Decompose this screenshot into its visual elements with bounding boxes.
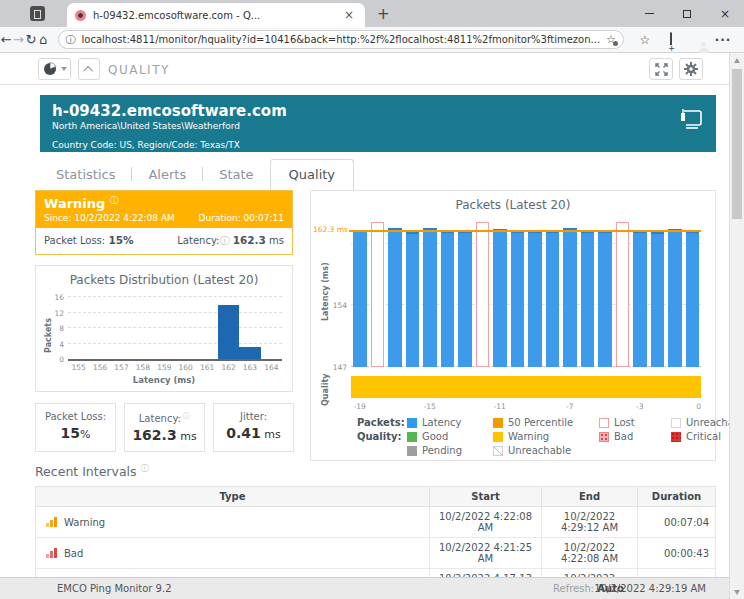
legend-item-label: Bad — [614, 431, 633, 442]
legend-item-warning: Warning — [493, 431, 599, 442]
tab-statistics[interactable]: Statistics — [40, 160, 131, 189]
host-monitor-icon — [678, 107, 704, 137]
bar-slot — [491, 221, 509, 367]
site-favicon-icon — [75, 10, 86, 21]
x-tick-label: 160 — [175, 363, 196, 372]
table-row: Bad10/2/2022 4:21:25 AM10/2/2022 4:22:08… — [36, 538, 716, 569]
settings-button[interactable] — [679, 58, 703, 80]
critical-swatch-icon — [671, 432, 681, 442]
x-tick-label: 0 — [696, 402, 701, 411]
distribution-bar — [218, 305, 239, 359]
latency-bar — [546, 231, 560, 367]
x-tick-label: 155 — [68, 363, 89, 372]
latency-bar — [511, 231, 525, 367]
bar-slot — [132, 297, 153, 359]
view-selector-button[interactable] — [38, 58, 71, 80]
bar-slot — [369, 221, 387, 367]
fullscreen-button[interactable] — [649, 58, 673, 80]
latency-bar — [388, 228, 402, 367]
chart-legend: Packets:Latency50 PercentileLostUnreacha… — [357, 417, 705, 456]
scrollbar-thumb[interactable] — [732, 69, 742, 219]
unreachable-q-swatch-icon — [493, 446, 503, 456]
recent-intervals-title: Recent Intervals ⓘ — [35, 463, 716, 479]
tab-state[interactable]: State — [203, 160, 269, 189]
minimize-button[interactable] — [630, 0, 668, 27]
url-text[interactable]: localhost:4811/monitor/hquality?id=10416… — [82, 34, 601, 45]
interval-duration-cell: 00:00:43 — [638, 538, 716, 569]
legend-item-label: Unreachable — [508, 445, 571, 456]
site-info-icon[interactable]: ⓘ — [66, 33, 76, 47]
scroll-down-icon[interactable] — [730, 585, 744, 599]
browser-action-icons: ☆ ··· — [632, 33, 736, 47]
x-tick-label: 162 — [218, 363, 239, 372]
bar-slot — [111, 297, 132, 359]
address-bar[interactable]: ⓘ localhost:4811/monitor/hquality?id=104… — [58, 30, 624, 49]
maximize-button[interactable] — [668, 0, 706, 27]
x-tick-label: 161 — [196, 363, 217, 372]
add-favorite-icon[interactable]: ☆ — [606, 33, 616, 46]
packets-y-axis-label: Latency (ms) — [321, 262, 330, 321]
collections-icon[interactable] — [658, 33, 684, 47]
bar-slot — [596, 221, 614, 367]
browser-window: h-09432.emcosoftware.com - Q... × + × ← … — [0, 0, 744, 599]
legend-item-label: Warning — [508, 431, 549, 442]
bar-slot — [649, 221, 667, 367]
latency-bar — [686, 231, 700, 367]
back-icon[interactable]: ← — [0, 32, 12, 47]
close-button[interactable]: × — [706, 0, 744, 27]
favorites-icon[interactable]: ☆ — [632, 33, 658, 47]
new-tab-button[interactable]: + — [377, 5, 390, 23]
legend-item-good: Good — [407, 431, 493, 442]
x-tick-label: 164 — [261, 363, 282, 372]
distribution-bar — [239, 347, 260, 359]
info-icon: ⓘ — [141, 464, 149, 473]
legend-item-lost: Lost — [599, 417, 671, 428]
x-tick-label: 158 — [132, 363, 153, 372]
browser-tab[interactable]: h-09432.emcosoftware.com - Q... × — [67, 3, 365, 27]
tab-close-icon[interactable]: × — [341, 8, 357, 22]
y-tick-label: 12 — [42, 308, 64, 317]
metric-value: 0.41 ms — [218, 425, 289, 441]
tab-quality[interactable]: Quality — [270, 159, 354, 191]
metric-unit: ms — [261, 428, 281, 441]
metrics-row: Packet Loss:15%Latency: ⓘ162.3 msJitter:… — [35, 403, 294, 452]
tab-actions-icon[interactable] — [30, 6, 45, 21]
page-title: QUALITY — [108, 63, 170, 77]
legend-item-label: Pending — [422, 445, 462, 456]
percentile-label: 162.3 ms — [310, 225, 348, 234]
table-row: Warning10/2/2022 4:22:08 AM10/2/2022 4:2… — [36, 507, 716, 538]
bar-slot — [239, 297, 260, 359]
latency-bar — [458, 231, 472, 367]
tab-alerts[interactable]: Alerts — [132, 160, 202, 189]
collapse-button[interactable] — [78, 58, 100, 80]
warning-swatch-icon — [493, 432, 503, 442]
vertical-scrollbar[interactable] — [729, 53, 744, 599]
x-tick-label: -19 — [354, 402, 366, 411]
metric-unit: % — [80, 428, 90, 441]
lost-swatch-icon — [599, 418, 609, 428]
app-footer: EMCO Ping Monitor 9.2 Refresh: Auto 10/2… — [0, 577, 744, 599]
refresh-icon[interactable]: ↻ — [25, 32, 37, 47]
browser-menu-icon[interactable]: ··· — [710, 33, 736, 47]
bar-slot — [196, 297, 217, 359]
page-content: h-09432.emcosoftware.com North America\U… — [0, 85, 729, 577]
y-tick-label: 147 — [325, 363, 347, 372]
bar-slot — [439, 221, 457, 367]
y-tick-label: 16 — [42, 293, 64, 302]
metric-jitter: Jitter:0.41 ms — [213, 403, 294, 452]
host-group-path: North America\United States\Weatherford — [52, 121, 704, 131]
packets-panel: Packets (Latest 20) Latency (ms) Quality… — [310, 190, 716, 461]
scroll-up-icon[interactable] — [730, 53, 744, 67]
metric-value: 15% — [40, 425, 111, 441]
latency-swatch-icon — [407, 418, 417, 428]
x-tick-label: -7 — [566, 402, 573, 411]
home-icon[interactable]: ⌂ — [37, 32, 49, 47]
bar-slot — [386, 221, 404, 367]
packets-bars — [351, 221, 701, 367]
metric-label: Packet Loss: — [40, 411, 111, 422]
lost-bar — [371, 222, 385, 367]
bar-slot — [175, 297, 196, 359]
latency-bar — [581, 231, 595, 367]
latency-bar — [493, 229, 507, 367]
legend-item-label: Critical — [686, 431, 721, 442]
